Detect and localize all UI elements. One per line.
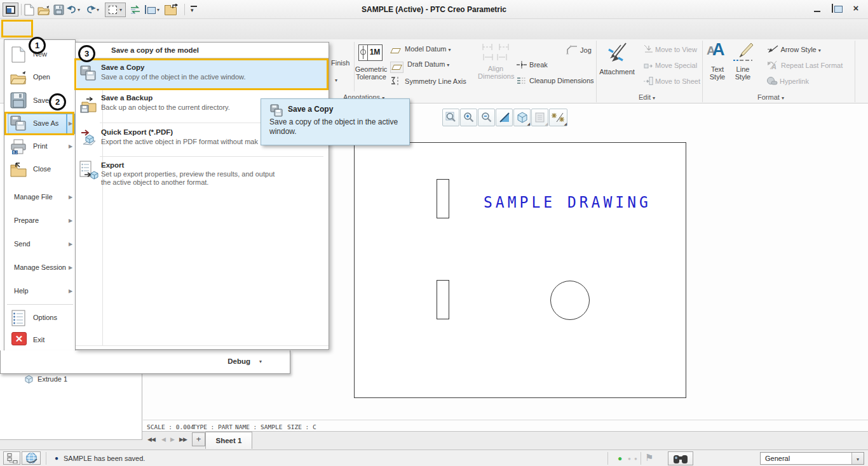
arrow-style-caret[interactable]: ▾ <box>818 48 821 53</box>
select-dropdown-caret[interactable]: ▾ <box>119 7 122 13</box>
shade-button[interactable] <box>496 109 513 126</box>
status-green-dot[interactable]: ● <box>618 454 622 463</box>
debug-label[interactable]: Debug <box>227 357 250 365</box>
sheet-tab[interactable]: Sheet 1 <box>205 432 252 449</box>
filter-dropdown[interactable]: General ▾ <box>760 452 864 465</box>
repeat-last-format-button[interactable]: A Repeat Last Format <box>766 60 843 70</box>
drawing-sheet[interactable] <box>354 142 686 398</box>
jog-button[interactable]: Jog <box>566 44 592 55</box>
menu-item-manage-file[interactable]: Manage File ▶ <box>5 186 75 209</box>
menu-item-manage-session[interactable]: Manage Session ▶ <box>5 256 75 279</box>
find-button[interactable] <box>668 451 693 465</box>
menu-item-close[interactable]: Close <box>5 158 75 181</box>
arrange-dropdown-caret[interactable]: ▾ <box>157 7 159 13</box>
format-group-label[interactable]: Format ▾ <box>757 93 784 101</box>
debug-caret-icon[interactable]: ▾ <box>259 359 262 364</box>
toolbar-overflow-caret: ▾ <box>191 8 197 12</box>
shade-icon <box>499 112 510 123</box>
symmetry-line-axis-button[interactable]: Symmetry Line Axis <box>390 76 466 86</box>
menu-item-send[interactable]: Send ▶ <box>5 233 75 256</box>
align-dimensions-button[interactable]: Align Dimensions <box>478 42 513 80</box>
last-sheet-button[interactable]: ▶▶ <box>179 436 187 443</box>
open-button[interactable] <box>37 5 51 17</box>
minimize-button[interactable] <box>811 5 823 14</box>
window-arrange-button[interactable] <box>145 6 146 13</box>
menu-item-open[interactable]: Open <box>5 66 75 89</box>
filter-caret-button[interactable]: ▾ <box>851 453 864 464</box>
geometric-tolerance-button[interactable]: Geometric Tolerance <box>351 65 391 81</box>
new-button[interactable] <box>24 4 34 17</box>
hyperlink-icon <box>766 76 778 86</box>
drawing-rectangle-top[interactable] <box>437 179 449 218</box>
redo-icon <box>86 4 96 14</box>
select-tool-button[interactable]: ▾ <box>105 3 126 17</box>
model-tree-item[interactable]: Extrude 1 <box>24 375 67 383</box>
saved-views-button[interactable]: ◢ <box>513 109 531 126</box>
tab-row: File ▾ Layout Table Annotate Sketch Lega… <box>0 19 868 39</box>
datum-display-button[interactable]: ◢ <box>549 109 567 126</box>
exit-icon: ✕ <box>11 332 27 345</box>
undo-dropdown-caret[interactable]: ▾ <box>78 7 80 13</box>
move-to-view-button[interactable]: Move to View <box>643 44 697 54</box>
cleanup-dimensions-button[interactable]: Cleanup Dimensions <box>516 76 594 85</box>
break-button[interactable]: Break <box>516 60 548 69</box>
save-button[interactable] <box>53 4 64 17</box>
toolbar-options-button[interactable]: ▾ <box>191 6 197 12</box>
break-icon <box>516 60 527 69</box>
model-tree-toggle-button[interactable] <box>3 451 20 465</box>
zoom-in-button[interactable] <box>460 109 477 126</box>
system-menu-button[interactable] <box>3 3 18 17</box>
redo-dropdown-caret[interactable]: ▾ <box>97 7 99 13</box>
status-gray-dot[interactable]: ● <box>634 456 637 462</box>
menu-item-help[interactable]: Help ▶ <box>5 280 75 303</box>
line-style-button[interactable]: Line Style <box>729 65 756 81</box>
redo-button[interactable] <box>86 4 96 15</box>
open-working-dir-button[interactable] <box>165 4 177 17</box>
drawing-circle[interactable] <box>550 281 590 320</box>
datum-display-icon <box>552 111 566 124</box>
drawing-title-text[interactable]: SAMPLE DRAWING <box>484 193 651 211</box>
draft-datum-caret[interactable]: ▾ <box>447 62 449 68</box>
model-datum-caret[interactable]: ▾ <box>448 47 451 53</box>
first-sheet-button[interactable]: ◀◀ <box>147 436 155 443</box>
views-caret: ◢ <box>527 121 530 126</box>
prev-sheet-button[interactable]: ◀ <box>161 436 165 443</box>
menu-item-print[interactable]: B.J Print ▶ <box>5 135 75 158</box>
model-datum-button[interactable]: Model Datum ▾ <box>391 45 451 55</box>
arrow-style-icon <box>766 44 779 54</box>
web-browser-toggle-button[interactable] <box>22 451 41 465</box>
regenerate-button[interactable] <box>130 4 141 17</box>
filter-value: General <box>765 455 790 462</box>
finish-caret-icon[interactable]: ▾ <box>335 77 337 83</box>
finish-label[interactable]: Finish <box>331 59 349 67</box>
submenu-arrow-icon: ▶ <box>69 241 72 247</box>
sheet-display-button[interactable]: ◢ <box>531 109 548 126</box>
close-window-button[interactable]: × <box>850 3 862 15</box>
zoom-out-button[interactable] <box>478 109 495 126</box>
export-icon <box>79 161 98 181</box>
menu-item-options[interactable]: Options <box>5 307 75 330</box>
drawing-rectangle-bottom[interactable] <box>437 280 449 319</box>
zoom-box-button[interactable] <box>442 109 459 126</box>
attachment-button[interactable]: Attachment <box>596 68 638 76</box>
next-sheet-button[interactable]: ▶ <box>170 436 174 443</box>
group-separator <box>702 41 703 102</box>
zoom-in-icon <box>463 111 475 124</box>
status-gray-dot[interactable]: ● <box>628 456 631 462</box>
edit-group-label[interactable]: Edit ▾ <box>639 93 655 101</box>
move-to-sheet-button[interactable]: Move to Sheet <box>643 76 700 86</box>
sheet-caret: ◢ <box>545 121 548 126</box>
hyperlink-button[interactable]: Hyperlink <box>766 76 809 86</box>
submenu-arrow-icon: ▶ <box>69 265 72 270</box>
undo-button[interactable] <box>67 4 77 15</box>
flag-icon[interactable]: ⚑ <box>645 452 653 463</box>
move-special-button[interactable]: Move Special <box>643 60 697 70</box>
menu-item-exit[interactable]: ✕ Exit <box>5 330 75 351</box>
arrow-style-button[interactable]: Arrow Style ▾ <box>766 44 821 54</box>
draft-datum-button[interactable]: Draft Datum ▾ <box>390 60 449 73</box>
text-style-button[interactable]: Text Style <box>704 65 731 81</box>
add-sheet-button[interactable]: + <box>192 432 205 446</box>
submenu-item-export[interactable]: Export Set up export properties, preview… <box>77 159 327 195</box>
restore-button[interactable] <box>830 4 841 15</box>
menu-item-prepare[interactable]: Prepare ▶ <box>5 210 75 232</box>
